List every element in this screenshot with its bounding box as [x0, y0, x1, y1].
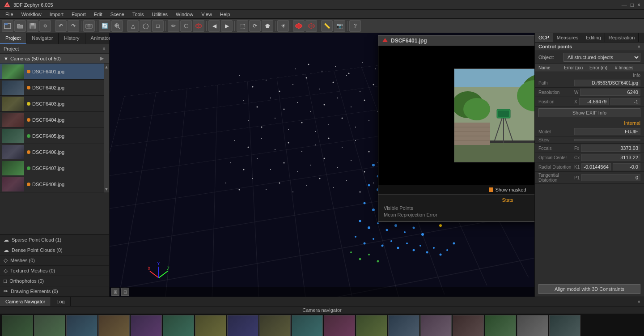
mesh-btn[interactable] — [305, 20, 317, 32]
camera-item[interactable]: DSCF6407.jpg — [0, 160, 104, 176]
light-btn[interactable]: ☀ — [277, 20, 289, 32]
menu-edit[interactable]: Edit — [90, 11, 106, 18]
new-project-btn[interactable] — [2, 20, 13, 32]
zoom-in-btn[interactable] — [111, 20, 123, 32]
arrow-left-btn[interactable]: ◀ — [208, 20, 220, 32]
menu-workflow[interactable]: Workflow — [18, 11, 45, 18]
filmstrip-thumb[interactable] — [163, 315, 194, 336]
titlebar-controls[interactable]: — □ × — [622, 2, 640, 8]
filmstrip-thumb[interactable] — [356, 315, 387, 336]
vp-btn-1[interactable]: ⊞ — [111, 288, 119, 296]
filmstrip-thumb[interactable] — [98, 315, 130, 336]
settings-btn[interactable] — [39, 20, 51, 32]
circle-btn[interactable]: ◯ — [140, 20, 151, 32]
triangle1-btn[interactable]: △ — [127, 20, 139, 32]
ruler-btn[interactable]: 📏 — [321, 20, 333, 32]
menu-import[interactable]: Import — [46, 11, 67, 18]
polygon-btn[interactable]: ⬟ — [262, 20, 273, 32]
filmstrip-thumb[interactable] — [549, 315, 580, 336]
camera2-btn[interactable]: 📷 — [334, 20, 345, 32]
th-error-px: Error (px) — [564, 65, 589, 70]
filmstrip-thumb[interactable] — [131, 315, 162, 336]
cameras-scroll-right[interactable]: ▶ — [100, 55, 106, 61]
camera-item[interactable]: DSCF6403.jpg — [0, 96, 104, 112]
filmstrip-thumb[interactable] — [324, 315, 355, 336]
tree-drawing-elements[interactable]: ✏ Drawing Elements (0) — [0, 286, 109, 297]
pencil-btn[interactable]: ✏ — [168, 20, 179, 32]
menu-scene[interactable]: Scene — [107, 11, 128, 18]
tree-sparse-point-cloud[interactable]: ☁ Sparse Point Cloud (1) — [0, 235, 109, 245]
camera-btn[interactable] — [83, 20, 95, 32]
filmstrip-thumb[interactable] — [453, 315, 484, 336]
filmstrip-thumb[interactable] — [292, 315, 323, 336]
save-btn[interactable] — [27, 20, 38, 32]
tree-textured-meshes[interactable]: ◇ Textured Meshes (0) — [0, 266, 109, 276]
square-btn[interactable]: □ — [152, 20, 164, 32]
refresh-btn[interactable]: 🔄 — [99, 20, 110, 32]
cameras-expand-icon[interactable]: ▼ — [4, 56, 8, 61]
tab-project[interactable]: Project — [0, 33, 26, 44]
close-btn[interactable]: × — [637, 2, 640, 8]
filmstrip-thumb[interactable] — [195, 315, 226, 336]
menu-help[interactable]: Help — [216, 11, 234, 18]
filmstrip-thumb[interactable] — [420, 315, 452, 336]
tab-editing[interactable]: Editing — [582, 33, 605, 42]
camera-list-scroll-down[interactable]: ▼ — [104, 187, 109, 191]
help-btn[interactable]: ? — [349, 20, 361, 32]
red-cube-btn[interactable] — [293, 20, 305, 32]
menu-export[interactable]: Export — [68, 11, 89, 18]
tab-measures[interactable]: Measures — [553, 33, 582, 42]
filmstrip-thumb[interactable] — [517, 315, 548, 336]
filmstrip-thumb[interactable] — [485, 315, 516, 336]
tree-meshes[interactable]: ◇ Meshes (0) — [0, 255, 109, 266]
stats-title: Stats — [384, 197, 534, 203]
camera-item[interactable]: DSCF6402.jpg — [0, 80, 104, 96]
camera-item[interactable]: DSCF6401.jpg — [0, 64, 104, 80]
arrow-right-btn[interactable]: ▶ — [221, 20, 233, 32]
project-close-btn[interactable]: × — [102, 46, 106, 52]
show-exif-btn[interactable]: Show EXIF Info — [538, 108, 640, 117]
cube-btn[interactable] — [193, 20, 204, 32]
tab-history[interactable]: History — [59, 33, 85, 44]
object-select[interactable]: All structured objects — [564, 53, 640, 62]
filmstrip-thumb[interactable] — [34, 315, 65, 336]
camera-name: DSCF6406.jpg — [32, 149, 64, 155]
menu-view[interactable]: View — [198, 11, 216, 18]
optical-label: Optical Center — [538, 155, 574, 160]
camera-item[interactable]: DSCF6406.jpg — [0, 144, 104, 160]
filmstrip-thumb[interactable] — [2, 315, 33, 336]
open-btn[interactable] — [14, 20, 26, 32]
hex-btn[interactable]: ⬡ — [180, 20, 192, 32]
bottom-close-btn[interactable]: × — [638, 299, 640, 304]
align-btn[interactable]: Align model with 3D Constraints — [538, 284, 640, 294]
vp-btn-2[interactable]: ⊟ — [121, 288, 129, 296]
rotate-btn[interactable]: ↶ — [55, 20, 67, 32]
filmstrip-thumb[interactable] — [66, 315, 97, 336]
menu-tools[interactable]: Tools — [129, 11, 148, 18]
tab-navigator[interactable]: Navigator — [26, 33, 59, 44]
menu-utilities[interactable]: Utilities — [148, 11, 171, 18]
filmstrip-thumb[interactable] — [259, 315, 291, 336]
camera-item[interactable]: DSCF6405.jpg — [0, 128, 104, 144]
tab-gcp[interactable]: GCP — [535, 33, 553, 42]
close-right-btn[interactable]: × — [638, 44, 640, 49]
tree-dense-point-cloud[interactable]: ☁ Dense Point Clouds (0) — [0, 245, 109, 255]
select-btn[interactable]: ⬚ — [237, 20, 248, 32]
minimize-btn[interactable]: — — [622, 2, 627, 8]
show-masked-label[interactable]: Show masked — [495, 187, 526, 192]
camera-item[interactable]: DSCF6408.jpg — [0, 176, 104, 192]
lasso-btn[interactable]: ⟳ — [249, 20, 261, 32]
filmstrip-thumb[interactable] — [388, 315, 419, 336]
tab-log[interactable]: Log — [51, 297, 70, 306]
maximize-btn[interactable]: □ — [631, 2, 634, 8]
tab-camera-navigator[interactable]: Camera Navigator — [0, 297, 51, 306]
viewport[interactable]: X Z Y ⊞ ⊟ DSCF6401.jpg — — [110, 33, 534, 297]
menu-window[interactable]: Window — [172, 11, 197, 18]
camera-list-scroll-up[interactable]: ▲ — [104, 64, 109, 69]
camera-item[interactable]: DSCF6404.jpg — [0, 112, 104, 128]
menu-file[interactable]: File — [2, 11, 17, 18]
filmstrip-thumb[interactable] — [227, 315, 258, 336]
undo-btn[interactable]: ↷ — [68, 20, 79, 32]
tree-orthophotos[interactable]: □ Orthophotos (0) — [0, 276, 109, 286]
tab-registration[interactable]: Registration — [605, 33, 639, 42]
